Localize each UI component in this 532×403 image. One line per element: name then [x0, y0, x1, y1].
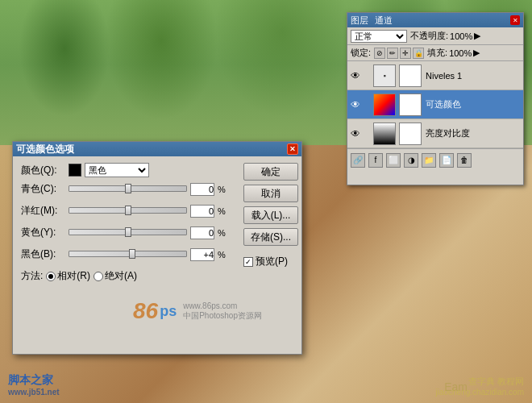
- layer-link-brightness: [364, 127, 372, 140]
- fill-control: 填充: 100% ▶: [427, 47, 480, 59]
- layer-thumb-niveles: ▪: [373, 64, 396, 87]
- logo-86ps-area: 86 ps www.86ps.com 中国Photoshop资源网: [133, 298, 262, 324]
- yellow-slider-container: [69, 229, 187, 237]
- color-dropdown[interactable]: 黑色: [85, 163, 149, 177]
- yellow-value-input[interactable]: 0: [190, 226, 214, 239]
- cyan-value-input[interactable]: 0: [190, 183, 214, 196]
- logo-url-area: www.86ps.com 中国Photoshop资源网: [183, 301, 262, 322]
- layer-row-selective[interactable]: 👁 可选颜色: [347, 90, 523, 119]
- radio-relative[interactable]: [46, 272, 56, 281]
- method-relative[interactable]: 相对(R): [46, 269, 90, 283]
- add-layer-icon[interactable]: 📄: [439, 153, 454, 168]
- layers-tab[interactable]: 图层: [351, 15, 368, 27]
- lock-label: 锁定:: [351, 47, 371, 59]
- panel-close-button[interactable]: ✕: [510, 15, 520, 25]
- watermark-sitename: 脚本之家: [8, 373, 60, 388]
- dialog-left-panel: 颜色(Q): 黑色 青色(C): 0 % 洋红(M):: [13, 156, 237, 354]
- method-absolute-label: 绝对(A): [105, 269, 137, 283]
- layer-eye-niveles[interactable]: 👁: [349, 69, 362, 82]
- cancel-button[interactable]: 取消: [243, 185, 298, 202]
- channels-tab[interactable]: 通道: [375, 15, 393, 27]
- layer-mask-brightness: [399, 123, 422, 145]
- fill-arrow[interactable]: ▶: [473, 48, 480, 58]
- black-percent: %: [218, 250, 229, 260]
- layer-mask-niveles: [399, 64, 422, 87]
- layer-row-niveles[interactable]: 👁 ▪ Niveles 1: [347, 61, 523, 90]
- layer-name-brightness: 亮度对比度: [423, 127, 522, 139]
- load-button[interactable]: 载入(L)...: [243, 206, 298, 224]
- layer-eye-selective[interactable]: 👁: [349, 98, 362, 111]
- logo-ps-text: ps: [160, 303, 177, 320]
- method-row: 方法: 相对(R) 绝对(A): [21, 269, 229, 283]
- delete-layer-icon[interactable]: 🗑: [457, 153, 472, 168]
- yellow-label: 黄色(Y):: [21, 226, 65, 239]
- opacity-arrow[interactable]: ▶: [474, 31, 480, 41]
- magenta-value-input[interactable]: 0: [190, 205, 214, 218]
- black-slider-container: [69, 251, 187, 259]
- magenta-slider-track[interactable]: [69, 207, 187, 214]
- preview-label: 预览(P): [256, 255, 288, 268]
- eam-text: Eam: [444, 380, 468, 393]
- radio-absolute[interactable]: [94, 272, 103, 281]
- layer-eye-brightness[interactable]: 👁: [349, 127, 362, 140]
- layers-panel-bottom: 🔗 f ⬜ ◑ 📁 📄 🗑: [347, 148, 523, 171]
- cyan-slider-thumb[interactable]: [125, 184, 131, 193]
- black-slider-thumb[interactable]: [129, 249, 135, 259]
- method-absolute[interactable]: 绝对(A): [94, 269, 137, 283]
- dialog-titlebar: 可选颜色选项 ✕: [13, 142, 301, 156]
- black-slider-row: 黑色(B): +4 %: [21, 247, 229, 261]
- layer-link-selective: [364, 98, 372, 111]
- method-relative-label: 相对(R): [57, 269, 90, 283]
- logo-url: www.86ps.com: [183, 301, 262, 310]
- fill-label: 填充:: [427, 47, 447, 59]
- magenta-slider-container: [69, 207, 187, 215]
- lock-icons: ⊘ ✏ ✛ 🔒: [374, 48, 424, 59]
- lock-paint-icon[interactable]: ✏: [387, 48, 398, 59]
- magenta-slider-thumb[interactable]: [125, 206, 131, 215]
- yellow-slider-thumb[interactable]: [125, 227, 131, 237]
- link-layers-icon[interactable]: 🔗: [351, 153, 365, 168]
- logo-ps-container: ps: [160, 303, 177, 320]
- save-button[interactable]: 存储(S)...: [243, 228, 298, 246]
- black-value-input[interactable]: +4: [190, 248, 214, 261]
- logo-tagline: 中国Photoshop资源网: [183, 310, 262, 322]
- lock-transparent-icon[interactable]: ⊘: [374, 48, 385, 59]
- preview-row[interactable]: ✓ 预览(P): [243, 255, 295, 268]
- fill-value[interactable]: 100%: [449, 48, 472, 58]
- cyan-label: 青色(C):: [21, 182, 65, 196]
- add-group-icon[interactable]: 📁: [422, 153, 436, 168]
- lock-move-icon[interactable]: ✛: [400, 48, 411, 59]
- dialog-right-panel: 确定 取消 载入(L)... 存储(S)... ✓ 预览(P): [237, 156, 301, 354]
- yellow-percent: %: [218, 228, 229, 238]
- magenta-percent: %: [218, 206, 229, 216]
- method-label: 方法:: [21, 269, 43, 283]
- layers-lock-bar: 锁定: ⊘ ✏ ✛ 🔒 填充: 100% ▶: [347, 45, 523, 61]
- yellow-slider-row: 黄色(Y): 0 %: [21, 226, 229, 239]
- layer-name-niveles: Niveles 1: [423, 71, 522, 81]
- color-selector-row: 颜色(Q): 黑色: [21, 163, 229, 177]
- blend-mode-select[interactable]: 正常: [351, 30, 407, 43]
- fx-icon[interactable]: f: [368, 153, 383, 168]
- watermark-bottom-left: 脚本之家 www.jb51.net: [8, 373, 60, 397]
- cyan-slider-track[interactable]: [69, 185, 187, 192]
- logo-86-text: 86: [133, 298, 158, 324]
- watermark-url-left: www.jb51.net: [8, 388, 60, 397]
- magenta-slider-row: 洋红(M): 0 %: [21, 204, 229, 218]
- ok-button[interactable]: 确定: [243, 163, 298, 181]
- add-mask-icon[interactable]: ⬜: [386, 153, 401, 168]
- preview-checkbox[interactable]: ✓: [243, 257, 253, 267]
- cyan-slider-container: [69, 185, 187, 193]
- titlebar-controls: ✕: [510, 15, 520, 25]
- dialog-close-button[interactable]: ✕: [287, 143, 298, 155]
- layer-row-brightness[interactable]: 👁 亮度对比度: [347, 119, 523, 148]
- layers-panel-titlebar: 图层 通道 ✕: [347, 13, 523, 27]
- lock-all-icon[interactable]: 🔒: [413, 48, 424, 59]
- opacity-value[interactable]: 100%: [450, 31, 472, 41]
- black-slider-track[interactable]: [69, 251, 187, 257]
- yellow-slider-track[interactable]: [69, 229, 187, 235]
- add-adjustment-icon[interactable]: ◑: [404, 153, 418, 168]
- opacity-label: 不透明度:: [410, 30, 448, 42]
- layer-mask-selective: [399, 93, 422, 116]
- layer-thumb-brightness: [373, 123, 396, 145]
- layers-panel: 图层 通道 ✕ 正常 不透明度: 100% ▶ 锁定: ⊘ ✏ ✛ 🔒 填充: …: [347, 12, 524, 185]
